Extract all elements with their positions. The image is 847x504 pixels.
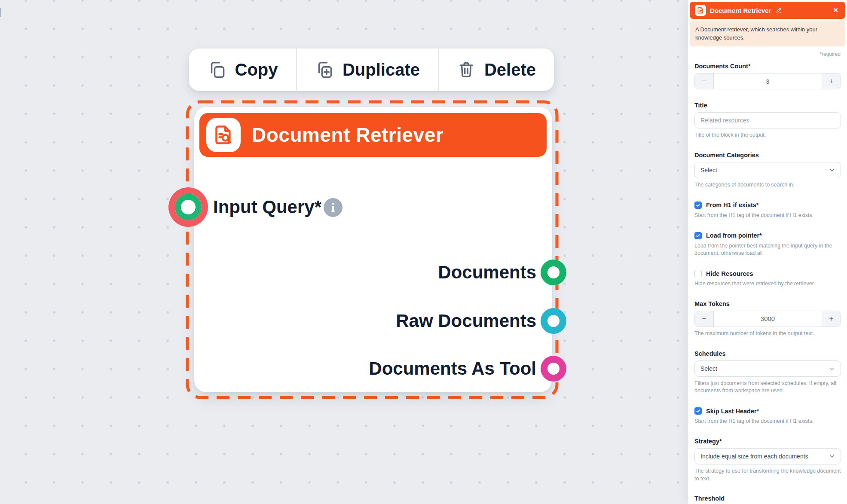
max-tokens-value[interactable]: 3000 [714, 311, 822, 327]
edit-pencil-icon[interactable] [775, 7, 782, 14]
output-label-documents-as-tool: Documents As Tool [369, 357, 536, 380]
required-note: *required [688, 46, 847, 57]
max-tokens-stepper: − 3000 + [694, 311, 841, 327]
field-helper: Hide resources that were retrieved by th… [694, 280, 841, 288]
field-load-from-pointer: Load from pointer* Load from the pointer… [694, 232, 841, 258]
field-document-categories: Document Categories Select The categorie… [694, 152, 841, 189]
load-from-pointer-checkbox[interactable] [694, 232, 702, 239]
field-from-h1: From H1 if exists* Start from the H1 tag… [694, 202, 841, 220]
duplicate-icon [315, 60, 334, 79]
check-icon [696, 409, 700, 413]
field-helper: Start from the H1 tag of the document if… [694, 418, 841, 425]
duplicate-label: Duplicate [342, 60, 420, 79]
node-description: A Document retriever, which searches wit… [690, 21, 845, 46]
from-h1-checkbox[interactable] [694, 202, 702, 209]
field-label: Schedules [694, 350, 841, 357]
close-icon[interactable]: ✕ [831, 6, 840, 15]
field-schedules: Schedules Select Filters just documents … [694, 350, 841, 395]
increment-button[interactable]: + [822, 73, 841, 89]
select-value: Include equal size from each documents [700, 453, 808, 460]
documents-count-value[interactable]: 3 [714, 73, 822, 89]
canvas-edge-mark [0, 8, 1, 17]
input-port-input-query[interactable] [168, 187, 208, 227]
title-input[interactable] [694, 112, 841, 128]
documents-count-stepper: − 3 + [694, 73, 841, 89]
chevron-down-icon [829, 167, 835, 173]
copy-button[interactable]: Copy [189, 49, 296, 91]
delete-button[interactable]: Delete [438, 49, 554, 91]
field-label: Strategy* [694, 438, 841, 445]
field-threshold: Threshold − 0.8 + [694, 495, 841, 504]
delete-label: Delete [484, 60, 536, 79]
field-title: Title Title of the block in the output. [694, 102, 841, 139]
field-hide-resources: Hide Resources Hide resources that were … [694, 270, 841, 288]
chevron-down-icon [829, 366, 835, 372]
output-port-documents[interactable] [541, 260, 566, 285]
output-port-documents-as-tool[interactable] [541, 356, 566, 382]
document-categories-select[interactable]: Select [694, 162, 841, 178]
field-helper: Title of the block in the output. [694, 131, 841, 139]
node-context-toolbar: Copy Duplicate Delete [189, 48, 554, 91]
field-label: Threshold [694, 495, 841, 502]
skip-last-header-checkbox[interactable] [694, 407, 702, 415]
trash-icon [457, 60, 476, 79]
copy-label: Copy [235, 60, 278, 79]
select-value: Select [700, 365, 717, 372]
check-icon [696, 203, 700, 208]
field-helper: Filters just documents from selected sch… [694, 380, 841, 395]
panel-header: Document Retriever ✕ [690, 2, 845, 19]
field-label: Title [694, 102, 841, 109]
checkbox-label: Skip Last Header* [706, 408, 759, 415]
hide-resources-checkbox[interactable] [694, 270, 702, 277]
document-search-icon [206, 118, 241, 152]
chevron-down-icon [829, 453, 835, 459]
checkbox-label: Hide Resources [706, 270, 753, 277]
node-title: Document Retriever [252, 123, 443, 147]
decrement-button[interactable]: − [695, 311, 714, 327]
decrement-button[interactable]: − [695, 73, 714, 89]
output-port-raw-documents[interactable] [541, 308, 566, 334]
field-max-tokens: Max Tokens − 3000 + The maximum number o… [694, 300, 841, 338]
field-helper: The strategy to use for transforming the… [694, 467, 841, 483]
output-label-documents: Documents [438, 261, 536, 284]
output-label-raw-documents: Raw Documents [396, 310, 536, 332]
increment-button[interactable]: + [822, 311, 841, 327]
field-documents-count: Documents Count* − 3 + [694, 63, 841, 89]
panel-fields: Documents Count* − 3 + Title Title of th… [688, 63, 847, 504]
document-search-icon [695, 5, 706, 16]
field-helper: Start from the H1 tag of the document if… [694, 212, 841, 220]
field-helper: The categories of documents to search in… [694, 181, 841, 189]
checkbox-label: Load from pointer* [706, 232, 762, 239]
field-label: Document Categories [694, 152, 841, 159]
field-label: Documents Count* [694, 63, 841, 70]
field-helper: Load from the pointer best matching the … [694, 242, 841, 258]
schedules-select[interactable]: Select [694, 360, 841, 377]
node-config-panel: Document Retriever ✕ A Document retrieve… [688, 0, 847, 504]
checkbox-label: From H1 if exists* [706, 202, 759, 208]
select-value: Select [700, 167, 717, 174]
field-helper: The maximum number of tokens in the outp… [694, 330, 841, 338]
input-query-label: Input Query* [213, 196, 321, 218]
input-port-ring [175, 194, 202, 220]
duplicate-button[interactable]: Duplicate [296, 49, 438, 91]
check-icon [696, 233, 700, 238]
node-header: Document Retriever [199, 113, 547, 157]
panel-title: Document Retriever [710, 7, 771, 14]
field-label: Max Tokens [694, 300, 841, 307]
field-skip-last-header: Skip Last Header* Start from the H1 tag … [694, 407, 841, 425]
strategy-select[interactable]: Include equal size from each documents [694, 448, 841, 464]
document-retriever-node[interactable]: Document Retriever Input Query* i Docume… [194, 107, 552, 392]
info-icon[interactable]: i [324, 198, 342, 217]
field-strategy: Strategy* Include equal size from each d… [694, 438, 841, 483]
copy-icon [208, 60, 226, 79]
